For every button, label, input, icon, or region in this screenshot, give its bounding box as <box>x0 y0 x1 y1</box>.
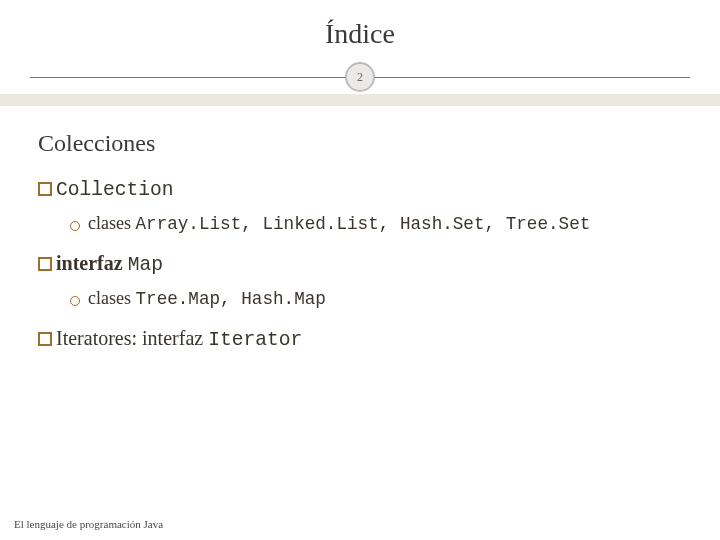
list-item-code: Map <box>128 254 163 276</box>
square-bullet-icon <box>38 257 52 271</box>
square-bullet-icon <box>38 332 52 346</box>
page-number-badge: 2 <box>345 62 375 92</box>
slide-content: Colecciones Collection clases Array.List… <box>0 106 720 540</box>
list-item: interfaz Map <box>38 252 682 276</box>
slide-title: Índice <box>0 18 720 50</box>
square-bullet-icon <box>38 182 52 196</box>
list-item: Iteratores: interfaz Iterator <box>38 327 682 351</box>
slide-footer: El lenguaje de programación Java <box>14 518 163 530</box>
list-item-code: Collection <box>56 179 174 201</box>
list-item-prefix: interfaz <box>56 252 128 274</box>
header-band <box>0 94 720 106</box>
list-subitem: clases Tree.Map, Hash.Map <box>70 288 682 309</box>
list-item-prefix: Iteratores: interfaz <box>56 327 208 349</box>
list-item: Collection <box>38 179 682 201</box>
list-item-code: Iterator <box>208 329 302 351</box>
list-subitem-code: Tree.Map, Hash.Map <box>135 289 325 309</box>
list-subitem-code: Array.List, Linked.List, Hash.Set, Tree.… <box>135 214 590 234</box>
circle-bullet-icon <box>70 221 80 231</box>
list-subitem-prefix: clases <box>88 288 135 308</box>
list-subitem-prefix: clases <box>88 213 135 233</box>
circle-bullet-icon <box>70 296 80 306</box>
list-subitem: clases Array.List, Linked.List, Hash.Set… <box>70 213 682 234</box>
section-heading: Colecciones <box>38 130 682 157</box>
